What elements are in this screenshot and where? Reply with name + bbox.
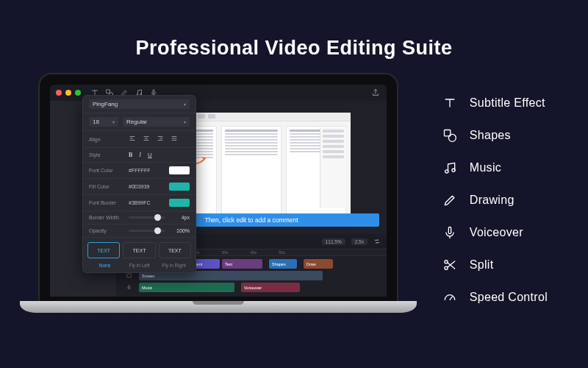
border-width-slider[interactable] [129, 216, 165, 219]
hero-title: Professional Video Editing Suite [0, 0, 588, 73]
laptop-base [20, 301, 417, 313]
laptop-mockup: ATTENTION! Then, click edit to add a com… [38, 73, 398, 313]
voice-clip[interactable]: Voiceover [241, 283, 300, 292]
feature-voiceover: Voiceover [442, 224, 548, 241]
svg-rect-0 [107, 90, 110, 93]
bold-button[interactable]: B [129, 152, 132, 158]
feature-label: Speed Control [470, 291, 548, 304]
text-properties-panel[interactable]: PingFang▾ 18▾ Regular▾ Align [82, 95, 196, 273]
text-anim-tab-2[interactable]: TEXT [123, 242, 155, 258]
font-weight-select[interactable]: Regular▾ [123, 117, 190, 127]
pencil-icon [442, 192, 458, 208]
feature-label: Shapes [470, 129, 511, 142]
font-color-label: Font Color [89, 168, 124, 173]
laptop-bezel: ATTENTION! Then, click edit to add a com… [38, 73, 398, 301]
feature-list: Subtitle Effect Shapes Music Drawing Voi… [442, 95, 548, 305]
mic-track-icon [121, 284, 137, 291]
border-width-value: 4px [169, 215, 190, 220]
text-anim-tab-3[interactable]: TEXT [159, 242, 191, 258]
music-clip[interactable]: Music [139, 283, 234, 292]
scissors-icon [442, 257, 458, 273]
promo-stage: ATTENTION! Then, click edit to add a com… [0, 73, 588, 367]
video-track-icon [121, 272, 137, 279]
font-color-value: #FFFFFF [129, 168, 151, 173]
align-label: Align [89, 137, 124, 142]
close-icon[interactable] [56, 90, 62, 96]
svg-rect-8 [128, 286, 129, 289]
svg-rect-4 [153, 90, 154, 93]
font-size-select[interactable]: 18▾ [89, 117, 118, 127]
loop-icon[interactable] [373, 238, 381, 246]
chevron-down-icon: ▾ [184, 119, 186, 124]
doc-sidepanel [320, 127, 346, 208]
svg-point-12 [452, 169, 455, 171]
minimize-icon[interactable] [65, 90, 71, 96]
align-justify-button[interactable] [171, 135, 178, 144]
anim-label-flyright: Fly in Right [157, 263, 191, 268]
opacity-value: 100% [169, 228, 190, 233]
italic-button[interactable]: I [139, 152, 141, 158]
feature-label: Voiceover [470, 226, 523, 239]
feature-label: Music [470, 161, 501, 174]
feature-split: Split [442, 257, 548, 273]
border-color-swatch[interactable] [169, 199, 190, 207]
fill-color-label: Fill Color [89, 184, 124, 189]
align-left-button[interactable] [129, 135, 136, 144]
mic-icon [442, 224, 458, 241]
feature-speed: Speed Control [442, 289, 548, 305]
border-width-label: Border Width [89, 215, 124, 220]
zoom-chip[interactable]: 2.5x [351, 238, 368, 245]
border-color-label: Font Border [89, 200, 124, 205]
svg-point-10 [448, 134, 456, 141]
feature-shapes: Shapes [442, 127, 548, 144]
style-label: Style [89, 152, 124, 158]
align-right-button[interactable] [157, 135, 164, 144]
share-icon[interactable] [370, 88, 381, 98]
app-window: ATTENTION! Then, click edit to add a com… [50, 85, 387, 297]
anim-label-none: None [87, 263, 122, 268]
font-color-swatch[interactable] [169, 166, 190, 174]
shape-clip[interactable]: Shapes [269, 259, 297, 269]
fullscreen-icon[interactable] [75, 90, 81, 96]
audio-track[interactable]: Music Voiceover [121, 283, 382, 292]
font-family-select[interactable]: PingFang▾ [89, 99, 190, 109]
text-icon [442, 95, 458, 111]
shapes-icon [442, 127, 458, 144]
anim-label-flyleft: Fly in Left [122, 263, 157, 268]
feature-music: Music [442, 160, 548, 176]
feature-subtitle: Subtitle Effect [442, 95, 548, 111]
music-icon [442, 160, 458, 176]
fill-color-value: #0D3939 [129, 184, 149, 189]
chevron-down-icon: ▾ [112, 119, 115, 124]
chevron-down-icon: ▾ [184, 102, 186, 107]
feature-label: Split [470, 258, 494, 272]
gauge-icon [442, 289, 458, 305]
fill-color-swatch[interactable] [169, 183, 190, 191]
underline-button[interactable]: U [148, 152, 152, 158]
svg-rect-13 [448, 227, 451, 234]
feature-label: Drawing [470, 194, 514, 207]
speed-chip[interactable]: 111.5% [322, 238, 345, 245]
svg-point-11 [445, 170, 448, 173]
feature-drawing: Drawing [442, 192, 548, 208]
align-center-button[interactable] [143, 135, 150, 144]
draw-clip[interactable]: Draw [304, 259, 333, 269]
border-color-value: #3B99FC [129, 200, 151, 205]
svg-rect-7 [126, 274, 131, 277]
opacity-slider[interactable] [129, 230, 165, 232]
window-traffic-lights[interactable] [56, 90, 81, 96]
text-clip[interactable]: Text [222, 259, 262, 269]
text-anim-tab-1[interactable]: TEXT [87, 242, 120, 258]
feature-label: Subtitle Effect [470, 96, 545, 110]
opacity-label: Opacity [89, 228, 124, 233]
